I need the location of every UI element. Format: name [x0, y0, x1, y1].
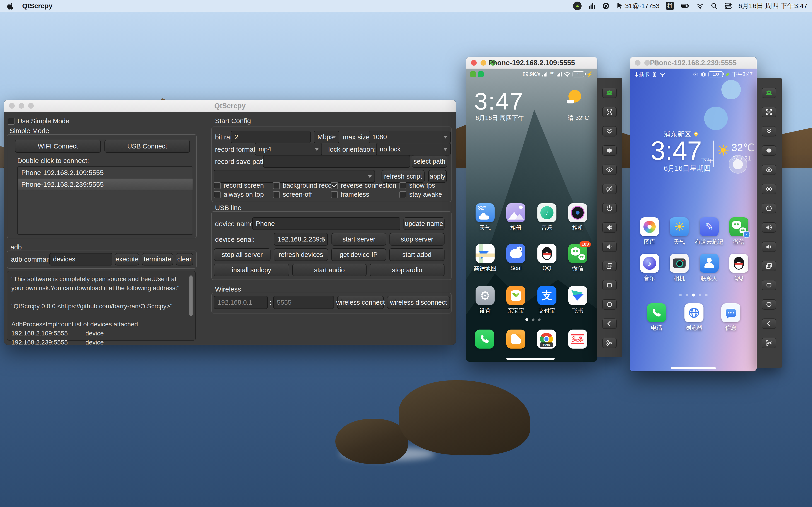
dock-messages[interactable]: 信息 — [721, 303, 741, 322]
app-qinbaobao[interactable]: 亲宝宝 — [506, 286, 525, 305]
stop-audio-button[interactable]: stop audio — [370, 264, 445, 276]
screen-on-button[interactable] — [762, 165, 776, 175]
select-path-button[interactable]: select path — [412, 155, 447, 168]
wireless-ip-input[interactable]: 192.168.0.1 — [214, 296, 268, 309]
app-camera[interactable]: 相机 — [568, 203, 587, 222]
update-name-button[interactable]: update name — [404, 217, 445, 230]
app-youdao-note[interactable]: ✎ 有道云笔记 — [700, 217, 719, 236]
start-adbd-button[interactable]: start adbd — [389, 248, 445, 261]
group-control-button[interactable] — [762, 88, 776, 98]
app-contacts[interactable]: 联系人 — [700, 254, 719, 273]
volume-up-button[interactable] — [762, 222, 776, 233]
stop-all-server-button[interactable]: stop all server — [214, 248, 270, 261]
input-method-icon[interactable]: 拼 — [666, 2, 674, 10]
screenshot-button[interactable] — [602, 145, 617, 156]
menubar-clock[interactable]: 6月16日 周四 下午3:47 — [739, 1, 807, 11]
home-button[interactable] — [602, 299, 617, 309]
stay-awake-checkbox[interactable]: stay awake — [399, 191, 442, 198]
app-feishu[interactable]: 飞书 — [568, 286, 587, 305]
home-button[interactable] — [762, 299, 776, 309]
power-button[interactable] — [762, 203, 776, 214]
home-indicator[interactable] — [506, 358, 555, 360]
adb-command-input[interactable]: devices — [49, 253, 112, 266]
wireless-disconnect-button[interactable]: wireless disconnect — [387, 296, 450, 309]
frameless-checkbox[interactable]: frameless — [331, 191, 369, 198]
lock-orientation-select[interactable]: no lock — [376, 143, 451, 156]
app-amap[interactable]: 高德地图 — [475, 244, 495, 263]
dock-phone2[interactable]: 电话 — [647, 303, 666, 322]
screen-off-button[interactable] — [602, 184, 617, 194]
execute-button[interactable]: execute — [115, 253, 139, 266]
get-device-ip-button[interactable]: get device IP — [331, 248, 386, 261]
usb-connect-button[interactable]: USB Connect — [104, 139, 190, 153]
wifi-connect-button[interactable]: WIFI Connect — [15, 139, 101, 153]
assistive-ball[interactable] — [729, 155, 747, 174]
device-serial-select[interactable]: 192.168.2.239:5 — [274, 233, 328, 245]
screen-off-checkbox[interactable]: screen-off — [273, 191, 312, 198]
app-wechat2[interactable]: 微信 — [729, 217, 748, 236]
wireless-connect-button[interactable]: wireless connect — [337, 296, 384, 309]
phone2-screen[interactable]: 未插卡 100 下午3:47 浦东新区 3:47 下午 32℃ 34 / 21 … — [630, 69, 757, 372]
bit-rate-unit-select[interactable]: Mbps — [314, 130, 339, 143]
screen-on-button[interactable] — [602, 165, 617, 175]
net-speed-item[interactable]: 31@·17753 — [616, 2, 660, 10]
app-switch-button[interactable] — [602, 261, 617, 271]
stop-server-button[interactable]: stop server — [390, 233, 445, 245]
record-screen-checkbox[interactable]: record screen — [214, 182, 264, 189]
github-icon[interactable] — [602, 2, 610, 10]
back-button[interactable] — [762, 319, 776, 329]
app-weather2[interactable]: ☀ 天气 — [670, 217, 689, 236]
apple-menu-icon[interactable] — [7, 2, 14, 10]
app-wechat[interactable]: 189 微信 — [568, 244, 587, 263]
background-record-checkbox[interactable]: background record — [273, 182, 338, 189]
home-indicator[interactable] — [671, 368, 716, 369]
back-button[interactable] — [602, 319, 617, 329]
record-save-path-input[interactable] — [263, 155, 410, 168]
device-list-item-selected[interactable]: Phone-192.168.2.239:5555 — [18, 179, 193, 190]
device-list-item[interactable]: Phone-192.168.2.109:5555 — [18, 167, 193, 179]
wifi-icon[interactable] — [696, 2, 704, 10]
device-name-input[interactable]: Phone — [252, 217, 400, 230]
app-weather[interactable]: 32° 天气 — [475, 203, 495, 222]
app-music2[interactable]: ♪ 音乐 — [640, 254, 659, 273]
menubar-app-name[interactable]: QtScrcpy — [22, 2, 52, 10]
volume-up-button[interactable] — [602, 222, 617, 233]
console-scrollbar[interactable] — [189, 275, 193, 316]
stats-bars-icon[interactable] — [588, 2, 596, 10]
menu-button[interactable] — [602, 280, 617, 290]
app-camera2[interactable]: 相机 — [670, 254, 689, 273]
dock-toutiao[interactable]: 头条 — [568, 330, 587, 349]
checkbox-box[interactable] — [8, 118, 14, 125]
app-gallery2[interactable]: 图库 — [640, 217, 659, 236]
app-settings[interactable]: ⚙ 设置 — [475, 286, 495, 305]
dock-chrome[interactable]: Beta — [537, 330, 556, 349]
show-fps-checkbox[interactable]: show fps — [399, 182, 435, 189]
refresh-script-button[interactable]: refresh script — [382, 170, 424, 183]
screen-off-button[interactable] — [762, 184, 776, 194]
terminate-button[interactable]: terminate — [142, 253, 173, 266]
clip-button[interactable] — [762, 338, 776, 348]
wireless-port-input[interactable]: 5555 — [273, 296, 334, 309]
always-on-top-checkbox[interactable]: always on top — [214, 191, 264, 198]
dock-phone[interactable] — [475, 330, 494, 349]
clear-button[interactable]: clear — [176, 253, 193, 266]
start-server-button[interactable]: start server — [332, 233, 386, 245]
android-status-icon[interactable] — [573, 2, 581, 10]
script-select[interactable] — [214, 170, 375, 183]
adb-console[interactable]: "This software is completely open source… — [7, 271, 196, 341]
install-sndcpy-button[interactable]: install sndcpy — [214, 264, 289, 276]
search-icon[interactable] — [710, 2, 718, 10]
volume-down-button[interactable] — [602, 241, 617, 252]
battery-icon[interactable] — [680, 2, 690, 10]
app-gallery[interactable]: 相册 — [506, 203, 525, 222]
volume-down-button[interactable] — [762, 241, 776, 252]
reverse-connection-checkbox[interactable]: reverse connection — [331, 182, 396, 189]
power-button[interactable] — [602, 203, 617, 214]
notification-pull-button[interactable] — [602, 126, 617, 136]
use-simple-mode-checkbox[interactable]: Use Simple Mode — [8, 117, 69, 125]
fullscreen-button[interactable] — [762, 107, 776, 117]
clip-button[interactable] — [602, 338, 617, 348]
dock-browser[interactable]: 浏览器 — [684, 303, 704, 322]
start-audio-button[interactable]: start audio — [292, 264, 367, 276]
menu-button[interactable] — [762, 280, 776, 290]
